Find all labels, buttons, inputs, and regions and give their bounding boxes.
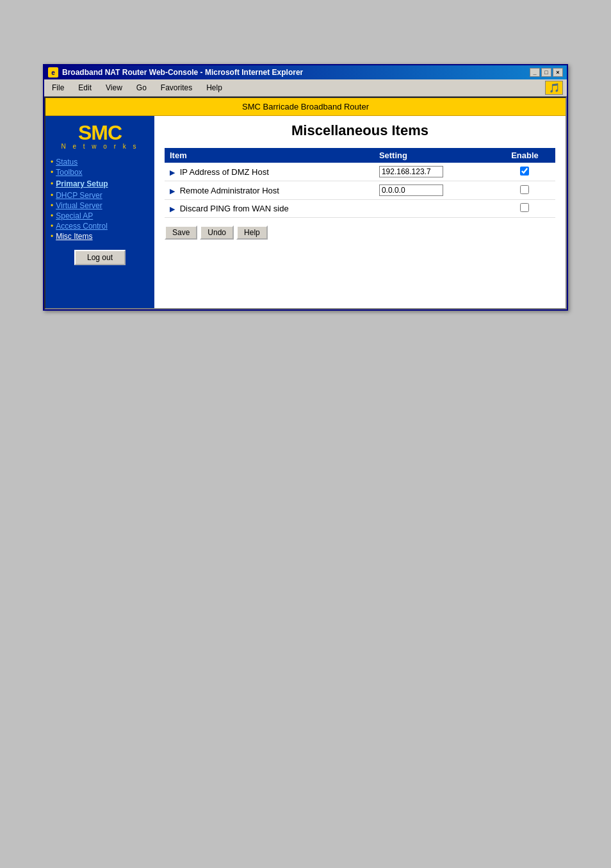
dmz-host-checkbox[interactable] bbox=[520, 167, 529, 176]
menu-help[interactable]: Help bbox=[202, 82, 226, 94]
nav-link-primary-setup[interactable]: Primary Setup bbox=[56, 179, 108, 188]
nav-item-special-ap[interactable]: • Special AP bbox=[51, 211, 149, 220]
row1-enable[interactable] bbox=[494, 163, 555, 181]
nav-item-access-control[interactable]: • Access Control bbox=[51, 222, 149, 231]
router-header-text: SMC Barricade Broadband Router bbox=[242, 102, 369, 111]
row3-enable[interactable] bbox=[494, 200, 555, 218]
save-button[interactable]: Save bbox=[165, 225, 197, 240]
menu-favorites[interactable]: Favorites bbox=[157, 82, 196, 94]
nav-item-misc-items[interactable]: • Misc Items bbox=[51, 232, 149, 241]
misc-table: Item Setting Enable ▶ IP Address of DMZ … bbox=[165, 148, 555, 218]
row1-label: ▶ IP Address of DMZ Host bbox=[165, 163, 374, 181]
nav-item-toolbox[interactable]: • Toolbox bbox=[51, 168, 149, 177]
table-row: ▶ Discard PING from WAN side bbox=[165, 200, 555, 218]
minimize-button[interactable]: _ bbox=[530, 68, 540, 77]
nav-link-virtual-server[interactable]: Virtual Server bbox=[56, 201, 102, 210]
table-row: ▶ IP Address of DMZ Host bbox=[165, 163, 555, 181]
nav-link-access-control[interactable]: Access Control bbox=[56, 222, 108, 231]
smc-logo: SMC N e t w o r k s bbox=[51, 122, 149, 150]
smc-logo-text: SMC bbox=[51, 122, 149, 143]
row3-label: ▶ Discard PING from WAN side bbox=[165, 200, 374, 218]
menu-file[interactable]: File bbox=[48, 82, 68, 94]
bullet-dhcp: • bbox=[51, 191, 53, 200]
sidebar: SMC N e t w o r k s • Status • Toolbox bbox=[45, 116, 154, 308]
menu-bar: File Edit View Go Favorites Help 🎵 bbox=[44, 79, 567, 97]
nav-item-primary-setup[interactable]: • Primary Setup bbox=[51, 179, 149, 188]
bullet-special-ap: • bbox=[51, 211, 53, 220]
content-panel: Miscellaneous Items Item Setting Enable bbox=[154, 116, 566, 308]
menu-edit[interactable]: Edit bbox=[74, 82, 95, 94]
browser-content: SMC Barricade Broadband Router SMC N e t… bbox=[44, 97, 567, 309]
discard-ping-checkbox[interactable] bbox=[520, 203, 529, 212]
help-button[interactable]: Help bbox=[236, 225, 268, 240]
row3-setting bbox=[374, 200, 494, 218]
nav-item-dhcp-server[interactable]: • DHCP Server bbox=[51, 191, 149, 200]
nav-link-dhcp-server[interactable]: DHCP Server bbox=[56, 191, 102, 200]
smc-networks-text: N e t w o r k s bbox=[51, 143, 149, 150]
bullet-access-control: • bbox=[51, 222, 53, 231]
window-controls[interactable]: _ □ × bbox=[530, 68, 563, 77]
table-row: ▶ Remote Administrator Host bbox=[165, 181, 555, 200]
main-layout: SMC N e t w o r k s • Status • Toolbox bbox=[45, 116, 566, 308]
remote-admin-checkbox[interactable] bbox=[520, 185, 529, 194]
logout-button[interactable]: Log out bbox=[74, 250, 126, 265]
bullet-virtual-server: • bbox=[51, 201, 53, 210]
router-header: SMC Barricade Broadband Router bbox=[45, 98, 566, 116]
ie-window: e Broadband NAT Router Web-Console - Mic… bbox=[43, 64, 568, 311]
ie-icon: e bbox=[48, 67, 58, 78]
row2-label: ▶ Remote Administrator Host bbox=[165, 181, 374, 200]
arrow-icon-2: ▶ bbox=[170, 187, 175, 195]
nav-link-misc-items[interactable]: Misc Items bbox=[56, 232, 92, 241]
row2-setting[interactable] bbox=[374, 181, 494, 200]
menu-view[interactable]: View bbox=[102, 82, 126, 94]
bullet-toolbox: • bbox=[51, 168, 53, 177]
bullet-primary-setup: • bbox=[51, 179, 53, 188]
row2-enable[interactable] bbox=[494, 181, 555, 200]
undo-button[interactable]: Undo bbox=[200, 225, 234, 240]
menu-go[interactable]: Go bbox=[133, 82, 151, 94]
col-header-item: Item bbox=[165, 148, 374, 163]
nav-link-status[interactable]: Status bbox=[56, 158, 77, 167]
arrow-icon-3: ▶ bbox=[170, 205, 175, 213]
nav-item-virtual-server[interactable]: • Virtual Server bbox=[51, 201, 149, 210]
maximize-button[interactable]: □ bbox=[541, 68, 551, 77]
bullet-misc-items: • bbox=[51, 232, 53, 241]
nav-link-special-ap[interactable]: Special AP bbox=[56, 211, 93, 220]
col-header-setting: Setting bbox=[374, 148, 494, 163]
col-header-enable: Enable bbox=[494, 148, 555, 163]
dmz-host-input[interactable] bbox=[379, 166, 443, 177]
arrow-icon-1: ▶ bbox=[170, 168, 175, 176]
title-bar: e Broadband NAT Router Web-Console - Mic… bbox=[44, 65, 567, 79]
nav-link-toolbox[interactable]: Toolbox bbox=[56, 168, 82, 177]
window-title: Broadband NAT Router Web-Console - Micro… bbox=[62, 68, 303, 77]
row1-setting[interactable] bbox=[374, 163, 494, 181]
page-title: Miscellaneous Items bbox=[165, 122, 555, 139]
remote-admin-input[interactable] bbox=[379, 184, 443, 196]
nav-list: • Status • Toolbox • Primary Setup • bbox=[51, 158, 149, 241]
close-button[interactable]: × bbox=[553, 68, 563, 77]
buttons-row: Save Undo Help bbox=[165, 225, 555, 240]
bullet-status: • bbox=[51, 158, 53, 167]
nav-item-status[interactable]: • Status bbox=[51, 158, 149, 167]
media-icon: 🎵 bbox=[545, 81, 563, 95]
